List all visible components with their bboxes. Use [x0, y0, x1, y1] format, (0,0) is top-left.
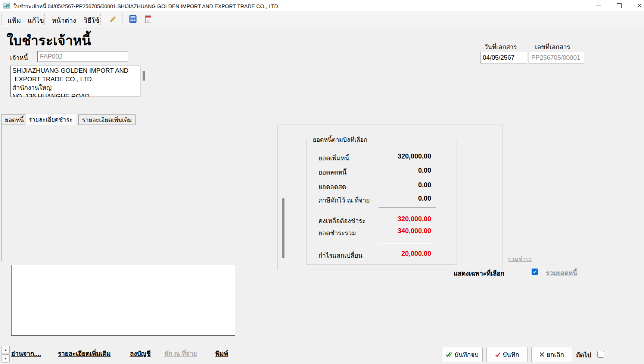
app-icon	[3, 2, 10, 9]
menu-separator	[122, 13, 123, 25]
next-checkbox[interactable]	[597, 351, 604, 358]
app-window: ใบชำระเจ้าหนี้.04/05/2567-PP256705/00001…	[0, 0, 644, 364]
spinner-down-button[interactable]: ▼	[1, 354, 10, 363]
read-from-link[interactable]: อ่านจาก....	[11, 348, 41, 358]
additional-detail-link[interactable]: รายละเอียดเพิ่มเติม	[58, 348, 111, 358]
total-pay-link[interactable]: รวมชำระ	[508, 254, 532, 264]
menu-separator	[44, 13, 45, 25]
panel-scrollbar[interactable]	[282, 198, 284, 258]
toolbar-grip	[1, 13, 2, 25]
summary-row-label: ยอดลดหนี้	[318, 167, 347, 177]
minimize-button[interactable]	[590, 0, 607, 11]
spinner-up-button[interactable]: ▲	[1, 346, 10, 354]
selected-bills-title: ยอดหนี้ตามบิลที่เลือก	[311, 135, 369, 144]
notes-box[interactable]	[11, 265, 235, 336]
show-selected-checkbox[interactable]	[532, 269, 538, 275]
svg-text:5: 5	[147, 20, 149, 23]
menu-help[interactable]: วิธีใช้	[81, 14, 102, 26]
menu-file[interactable]: แฟ้ม	[5, 14, 23, 26]
summary-row-value: 0.00	[355, 167, 431, 175]
cancel-button[interactable]: ยกเลิก	[531, 347, 572, 362]
next-label: ถัดไป	[576, 350, 591, 360]
print-link[interactable]: พิมพ์	[215, 348, 228, 358]
check-icon	[533, 270, 537, 274]
summary-divider	[379, 243, 436, 244]
summary-row-value: 20,000.00	[355, 250, 431, 258]
summary-row-value: 320,000.00	[355, 153, 431, 160]
address-line: สำนักงานใหญ่	[12, 84, 139, 92]
creditor-address-box: SHIJIAZHUANG GOLDEN IMPORT AND EXPORT TR…	[10, 66, 140, 97]
doc-no-field[interactable]: PP256705/00001	[529, 52, 584, 63]
summary-row-label: ยอดเพิ่มหนี้	[318, 153, 349, 163]
pen-icon[interactable]	[109, 15, 118, 23]
menu-window[interactable]: หน้าต่าง	[50, 14, 78, 26]
summary-divider	[379, 207, 436, 208]
doc-date-label: วันที่เอกสาร	[484, 42, 517, 52]
maximize-button[interactable]	[610, 0, 628, 11]
x-icon	[539, 352, 544, 357]
summary-row-value: 320,000.00	[355, 215, 431, 223]
menu-separator	[157, 13, 158, 25]
close-button[interactable]	[631, 0, 644, 11]
title-bar: ใบชำระเจ้าหนี้.04/05/2567-PP256705/00001…	[0, 0, 644, 11]
check-icon	[495, 352, 501, 357]
summary-row-value: 0.00	[355, 181, 431, 189]
tab-additional-detail[interactable]: รายละเอียดเพิ่มเติม	[78, 114, 136, 125]
tab-debt-total[interactable]: ยอดหนี้	[1, 114, 28, 125]
menu-bar: แฟ้ม แก้ไข หน้าต่าง วิธีใช้ 5	[0, 11, 644, 27]
creditor-label: เจ้าหนี้	[10, 53, 28, 63]
menu-edit[interactable]: แก้ไข	[25, 14, 46, 26]
doc-date-field[interactable]: 04/05/2567	[480, 52, 527, 63]
address-line: SHIJIAZHUANG GOLDEN IMPORT AND	[12, 66, 139, 75]
payment-detail-panel	[1, 125, 264, 261]
page-title: ใบชำระเจ้าหนี้	[7, 30, 91, 51]
save-finish-button[interactable]: บันทึกจบ	[442, 347, 483, 362]
summary-row-label: ยอดชำระรวม	[318, 228, 356, 238]
save-button[interactable]: บันทึก	[486, 347, 528, 362]
post-account-link[interactable]: ลงบัญชี	[130, 348, 151, 358]
calendar-icon[interactable]: 5	[144, 15, 153, 23]
button-label: บันทึกจบ	[454, 349, 479, 360]
summary-row-value: 340,000.00	[355, 227, 431, 235]
creditor-code-field[interactable]: FAP002	[37, 51, 128, 62]
double-check-icon	[446, 352, 452, 357]
show-selected-label: แสดงเฉพาะที่เลือก	[454, 268, 504, 278]
sum-debt-link[interactable]: รวมยอดหนี้	[546, 268, 577, 278]
window-title: ใบชำระเจ้าหนี้.04/05/2567-PP256705/00001…	[13, 2, 280, 10]
menu-separator	[100, 13, 101, 25]
doc-no-label: เลขที่เอกสาร	[535, 42, 570, 52]
button-label: ยกเลิก	[547, 349, 564, 360]
withholding-tax-link[interactable]: หัก ณ ที่จ่าย	[164, 348, 197, 358]
calculator-icon[interactable]	[128, 15, 137, 23]
summary-row-value: 0.00	[355, 195, 431, 203]
summary-row-label: ยอดลดสด	[318, 182, 346, 192]
button-label: บันทึก	[503, 349, 519, 360]
address-scrollbar[interactable]	[143, 71, 145, 81]
tab-payment-detail[interactable]: รายละเอียดชำระ	[25, 113, 76, 125]
address-line: NO. 136 HUANGHE ROAD	[12, 92, 139, 97]
address-line: EXPORT TRADE CO., LTD.	[12, 75, 139, 84]
